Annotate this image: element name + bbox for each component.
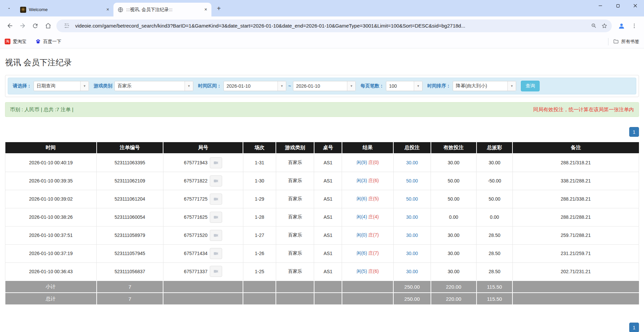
all-bookmarks[interactable]: 所有书签 bbox=[608, 38, 639, 45]
tab-close-icon[interactable]: ✕ bbox=[203, 7, 209, 13]
chevron-down-icon[interactable]: ▼ bbox=[278, 81, 286, 91]
cell-bet-id: 523111062109 bbox=[97, 172, 163, 190]
date-end-picker[interactable]: ▼ bbox=[293, 81, 356, 91]
game-kind-label: 游戏类别 bbox=[94, 83, 112, 89]
cell-game-kind: 百家乐 bbox=[276, 244, 314, 262]
cell-time: 2026-01-10 00:37:19 bbox=[5, 244, 97, 262]
chevron-down-icon[interactable]: ▼ bbox=[507, 81, 516, 91]
cell-total-bet: 30.00 bbox=[393, 244, 431, 262]
tab-close-icon[interactable]: ✕ bbox=[105, 7, 111, 13]
cell-session: 1-30 bbox=[243, 172, 276, 190]
three-dots-icon[interactable] bbox=[628, 19, 641, 32]
cell-time: 2026-01-10 00:39:35 bbox=[5, 172, 97, 190]
cell-bet-id: 523111056837 bbox=[97, 262, 163, 281]
query-mode-combobox[interactable]: ▼ bbox=[34, 81, 89, 91]
tab-welcome[interactable]: Welcome ✕ bbox=[16, 3, 113, 16]
date-end-input[interactable] bbox=[293, 81, 347, 91]
round-number: 675771434 bbox=[184, 251, 207, 256]
cell-valid-bet: 50.00 bbox=[431, 190, 477, 208]
cell-result: 闲(6) 庄(5) bbox=[342, 190, 393, 208]
magnifier-icon[interactable] bbox=[588, 20, 599, 31]
back-arrow-icon[interactable] bbox=[3, 19, 16, 32]
reload-icon[interactable] bbox=[29, 19, 42, 32]
chevron-down-icon[interactable]: ▼ bbox=[347, 81, 355, 91]
cell-game-kind: 百家乐 bbox=[276, 190, 314, 208]
total-bet-link[interactable]: 30.00 bbox=[406, 251, 418, 256]
column-header: 游戏类别 bbox=[276, 142, 314, 154]
chevron-down-icon[interactable]: ▼ bbox=[80, 81, 89, 91]
bookmark-baidu[interactable]: 百度一下 bbox=[35, 39, 61, 45]
welcome-favicon bbox=[20, 7, 26, 13]
new-tab-button[interactable]: + bbox=[214, 4, 224, 13]
total-bet-link[interactable]: 50.00 bbox=[406, 196, 418, 202]
cell-valid-bet: 30.00 bbox=[431, 262, 477, 281]
subtotal-cell-1: 7 bbox=[97, 281, 163, 293]
game-kind-combobox[interactable]: ▼ bbox=[114, 81, 193, 91]
game-kind-input[interactable] bbox=[115, 81, 185, 91]
total-bet-link[interactable]: 30.00 bbox=[406, 160, 418, 165]
chevron-down-icon[interactable]: ▼ bbox=[414, 81, 422, 91]
bookmark-taobao[interactable]: 淘 爱淘宝 bbox=[5, 39, 27, 45]
query-mode-input[interactable] bbox=[34, 81, 80, 91]
total-bet-link[interactable]: 30.00 bbox=[406, 269, 418, 274]
omnibox[interactable]: videoie.com/game/betrecord_search/kind3?… bbox=[56, 19, 612, 32]
url-text[interactable]: videoie.com/game/betrecord_search/kind3?… bbox=[75, 23, 588, 29]
per-page-combobox[interactable]: ▼ bbox=[386, 81, 423, 91]
cell-result: 闲(9) 庄(0) bbox=[342, 154, 393, 172]
total-row: 总计7250.00220.00115.50 bbox=[5, 293, 639, 305]
tab-search-chevron-icon[interactable] bbox=[4, 3, 14, 13]
table-row: 2026-01-10 00:37:51523111058979675771520… bbox=[5, 226, 639, 244]
browser-titlebar: Welcome ✕ :::视讯, 会员下注纪录::: ✕ + bbox=[0, 0, 644, 16]
video-replay-icon[interactable] bbox=[210, 194, 222, 205]
page-1-button[interactable]: 1 bbox=[629, 127, 639, 137]
search-button[interactable]: 查询 bbox=[521, 81, 540, 91]
total-bet-link[interactable]: 50.00 bbox=[406, 178, 418, 183]
pagination-top: 1 bbox=[5, 127, 639, 137]
column-header: 有效投注 bbox=[431, 142, 477, 154]
total-bet-link[interactable]: 30.00 bbox=[406, 233, 418, 238]
video-replay-icon[interactable] bbox=[210, 230, 222, 241]
cell-table-no: AS1 bbox=[314, 208, 342, 226]
minimize-button[interactable] bbox=[592, 0, 609, 11]
bet-records-table: 时间注单编号局号场次游戏类别桌号结果总投注有效投注总派彩备注 2026-01-1… bbox=[5, 141, 639, 305]
subtotal-cell-4 bbox=[276, 281, 314, 293]
summary-bar: 币别 : 人民币 | 总共 :7 注单 | 同局有效投注，统一计算在该局第一张注… bbox=[5, 102, 639, 117]
page-1-button[interactable]: 1 bbox=[629, 323, 639, 332]
date-start-input[interactable] bbox=[224, 81, 278, 91]
sort-combobox[interactable]: ▼ bbox=[453, 81, 516, 91]
subtotal-cell-9: 115.50 bbox=[477, 281, 513, 293]
cell-valid-bet: 30.00 bbox=[431, 154, 477, 172]
date-start-picker[interactable]: ▼ bbox=[224, 81, 286, 91]
column-header: 注单编号 bbox=[97, 142, 163, 154]
person-icon[interactable] bbox=[615, 19, 628, 32]
video-replay-icon[interactable] bbox=[210, 266, 222, 277]
cell-note: 338.21/288.21 bbox=[512, 172, 639, 190]
sort-input[interactable] bbox=[453, 81, 507, 91]
currency-total-text: 币别 : 人民币 | 总共 :7 注单 | bbox=[10, 107, 73, 113]
tune-icon[interactable] bbox=[61, 20, 72, 31]
column-header: 结果 bbox=[342, 142, 393, 154]
video-replay-icon[interactable] bbox=[210, 175, 222, 186]
chevron-down-icon[interactable]: ▼ bbox=[185, 81, 193, 91]
cell-round-id: 675771625 bbox=[163, 208, 243, 226]
video-replay-icon[interactable] bbox=[210, 212, 222, 223]
video-replay-icon[interactable] bbox=[210, 157, 222, 168]
total-bet-link[interactable]: 30.00 bbox=[406, 214, 418, 220]
cell-table-no: AS1 bbox=[314, 262, 342, 281]
star-icon[interactable] bbox=[599, 20, 610, 31]
cell-session: 1-25 bbox=[243, 262, 276, 281]
close-window-button[interactable] bbox=[627, 0, 644, 11]
result-banker: 庄(0) bbox=[368, 160, 379, 165]
home-icon[interactable] bbox=[42, 19, 54, 32]
video-replay-icon[interactable] bbox=[210, 248, 222, 259]
cell-payout: 28.50 bbox=[477, 244, 513, 262]
rule-notice-text: 同局有效投注，统一计算在该局第一张注单内 bbox=[533, 107, 634, 113]
column-header: 总投注 bbox=[393, 142, 431, 154]
cell-round-id: 675771337 bbox=[163, 262, 243, 281]
tab-betrecord[interactable]: :::视讯, 会员下注纪录::: ✕ bbox=[113, 3, 211, 16]
folder-icon bbox=[613, 39, 619, 44]
maximize-button[interactable] bbox=[609, 0, 627, 11]
per-page-input[interactable] bbox=[386, 81, 414, 91]
forward-arrow-icon[interactable] bbox=[16, 19, 29, 32]
total-cell-3 bbox=[243, 293, 276, 305]
